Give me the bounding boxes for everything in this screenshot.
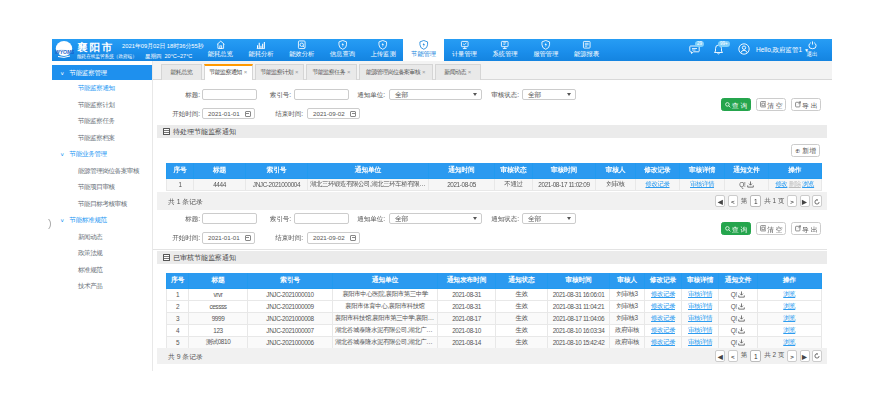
svg-text:WYOMS: WYOMS (55, 49, 74, 55)
